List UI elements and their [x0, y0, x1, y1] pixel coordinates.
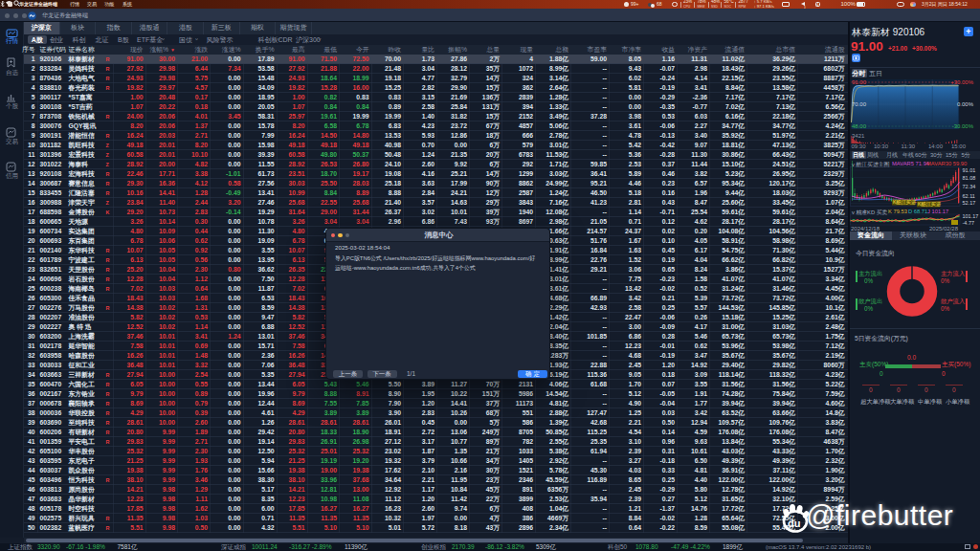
svg-text:du: du	[788, 518, 800, 529]
